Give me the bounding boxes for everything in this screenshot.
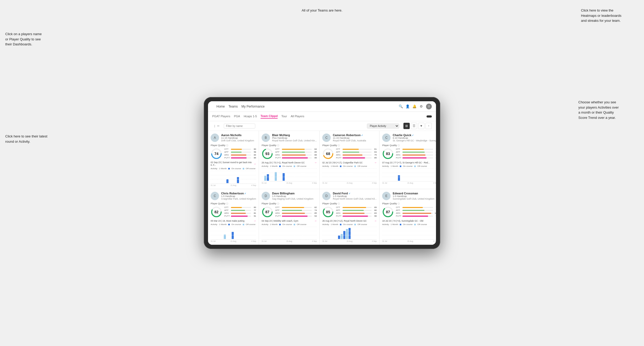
chart-area [322,168,377,182]
player-header: A Aaron Nicholls 11-15 Handicap Drift Go… [211,134,256,142]
latest-round[interactable]: 02 Jul 23 | 59 (+17), Craigmillar Park G… [322,161,377,164]
view-icons: ⊞ ☰ ▼ ↑ [403,123,432,129]
off-course-legend [294,166,295,167]
chart-labels: 31 Jul21 Aug4 Sep [322,240,377,242]
tab-pgat[interactable]: PGAT Players [212,115,230,118]
list-view-button[interactable]: ☰ [411,123,417,129]
player-avatar: D [262,192,270,200]
ipad-screen: Home Teams My Performance 🔍 👤 🔔 ⚙ U PGAT… [208,101,436,245]
quality-circle[interactable]: 83 [382,148,394,159]
latest-round[interactable]: 07 Aug 23 | 77 (+7), St George's Hill GC… [382,161,436,164]
nav-performance[interactable]: My Performance [241,105,264,108]
player-avatar: D [322,192,331,200]
search-input[interactable] [224,124,255,129]
quality-circle[interactable]: 74 [211,148,222,159]
quality-circle[interactable]: 87 [382,206,394,218]
activity-section: Activity · 1 Month On course Off course [322,223,377,242]
activity-section: Activity · 1 Month On course Off course [211,223,256,242]
player-card: C Chris Robertson✓ 1-5 Handicap Craigmil… [208,189,259,245]
player-name[interactable]: Cameron Robertson✓ [333,134,377,137]
avatar[interactable]: U [426,104,432,109]
tab-hcaps[interactable]: Hcaps 1-5 [244,115,257,118]
quality-label: Player Quality ⓘ [262,202,317,205]
player-name[interactable]: Charlie Quick✓ [393,134,436,137]
player-name[interactable]: Blair McHarg [272,134,317,137]
quality-circle[interactable]: 68 [322,148,334,159]
round-arrow-icon: → [435,161,436,164]
latest-round[interactable]: 26 Aug 23 | 73 (+1), Royal North Devon G… [262,161,317,164]
stat-row-putt: PUTT 94 [275,215,317,217]
player-info: Cameron Robertson✓ 11-15 Handicap Royal … [333,134,377,142]
quality-label: Player Quality ⓘ [211,144,256,147]
tab-tour[interactable]: Tour [281,115,287,118]
edit-icon[interactable]: ✏ [217,124,220,128]
stats-list: OTT 61 APP 63 ARG 75 PUTT 8 [336,148,377,159]
tab-all-players[interactable]: All Players [291,115,304,118]
add-team-button[interactable] [427,115,432,118]
stat-row-arg: ARG 83 [336,212,377,214]
sort-button[interactable]: ↑ [425,123,432,129]
chart-area [262,168,317,182]
player-club: St. George's Hill GC - Weybridge - Surre… [393,139,436,142]
latest-round[interactable]: 04 Sep 23 | Mobility with coach, Gym → [262,219,317,222]
chart-labels: 31 Jul21 Aug4 Sep [262,240,317,242]
nav-teams[interactable]: Teams [228,105,238,108]
player-info: Dave Billingham 1-5 Handicap Sag Maging … [272,192,317,200]
player-name[interactable]: Edward Crossman [393,192,436,195]
quality-label: Player Quality ⓘ [211,202,256,205]
player-name[interactable]: Aaron Nicholls [221,134,256,137]
off-course-legend [294,224,295,225]
grid-view-button[interactable]: ⊞ [403,123,410,129]
latest-round[interactable]: 18 Jul 23 | 74 (+4), Sunningdale GC - Ol… [382,219,436,222]
player-club: Royal Perth Golf Club, Australia [333,139,377,142]
chart-labels: 31 Jul21 Aug4 Sep [382,182,436,184]
quality-circle[interactable]: 87 [262,206,273,218]
stat-row-putt: PUTT 85 [336,157,377,159]
player-card: B Blair McHarg Plus Handicap Royal North… [259,131,319,189]
player-avatar: C [211,192,219,200]
player-name[interactable]: David Ford✓ [333,192,377,195]
stat-row-putt: PUTT 96 [336,215,377,217]
activity-section: Activity · 1 Month On course Off course [262,165,317,184]
quality-circle[interactable]: 82 [211,206,222,218]
latest-round[interactable]: 05 Mar 23 | 19, Must make putting → [211,219,256,222]
settings-icon[interactable]: ⚙ [419,104,423,109]
player-club: Craigmillar Park, United Kingdom [221,198,256,200]
stat-row-ott: OTT 89 [336,206,377,209]
latest-round[interactable]: 02 Sep 23 | Sunset round to get back int… [211,161,256,166]
latest-round[interactable]: 26 Aug 23 | 84 (+12), Royal North Devon … [322,219,377,222]
bell-icon[interactable]: 🔔 [412,104,417,109]
player-info: Blair McHarg Plus Handicap Royal North D… [272,134,317,142]
search-icon[interactable]: 🔍 [399,104,403,109]
tab-pga[interactable]: PGA [234,115,240,118]
stat-row-ott: OTT 73 [396,206,436,209]
player-info: Chris Robertson✓ 1-5 Handicap Craigmilla… [221,192,256,200]
activity-header: Activity · 1 Month On course Off course [382,165,436,167]
stat-row-putt: PUTT 92 [396,215,436,217]
ipad-frame: Home Teams My Performance 🔍 👤 🔔 ⚙ U PGAT… [204,97,440,249]
chart-labels: 31 Jul21 Aug4 Sep [322,182,377,184]
stat-row-app: APP 80 [396,151,436,153]
player-header: B Blair McHarg Plus Handicap Royal North… [262,134,317,142]
player-name[interactable]: Dave Billingham [272,192,317,195]
off-course-legend [243,224,244,225]
nav-home[interactable]: Home [216,105,225,108]
quality-circle[interactable]: 85 [322,206,334,218]
quality-circle[interactable]: 93 [262,148,273,159]
tab-team-clippd[interactable]: Team Clippd [261,114,278,119]
stat-row-app: APP 74 [275,209,317,211]
off-course-legend [354,224,356,225]
annotation-top: All of your Teams are here. [302,8,342,13]
player-avatar: A [211,134,219,142]
players-grid: A Aaron Nicholls 11-15 Handicap Drift Go… [208,131,436,245]
player-handicap: 11-15 Handicap [333,137,377,139]
filter-button[interactable]: ▼ [418,123,424,129]
quality-label: Player Quality ⓘ [382,202,436,205]
player-handicap: 1-5 Handicap [272,195,317,198]
user-icon[interactable]: 👤 [406,104,410,109]
show-select[interactable]: Player Activity Quality Score Trend [367,124,399,129]
player-name[interactable]: Chris Robertson✓ [221,192,256,195]
round-arrow-icon: → [374,161,377,164]
stat-row-arg: ARG 88 [275,154,317,156]
stat-row-arg: ARG 103 [396,212,436,214]
